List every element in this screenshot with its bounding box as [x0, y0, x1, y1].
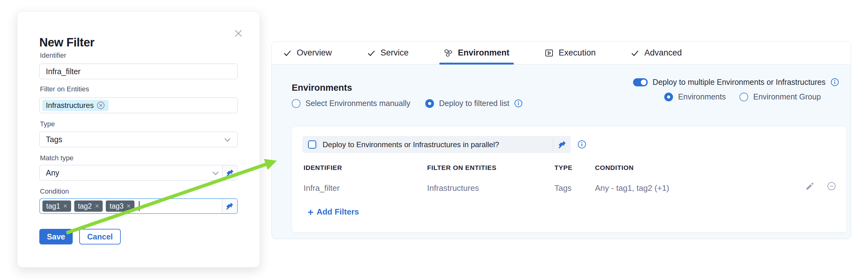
radio-select-manually[interactable]: Select Environments manually [292, 99, 410, 108]
multi-env-toggle-row: Deploy to multiple Environments or Infra… [633, 78, 839, 87]
identifier-label: Identifier [40, 51, 66, 60]
radio-label: Environment Group [753, 92, 821, 101]
environment-tab-content: Environments Select Environments manuall… [272, 65, 851, 239]
check-icon [283, 49, 292, 57]
match-type-value: Any [46, 168, 59, 177]
row-filter-on-entities: Infrastructures [427, 183, 479, 193]
filter-on-entities-label: Filter on Entities [40, 85, 89, 93]
environments-heading: Environments [292, 83, 352, 93]
filters-card: Deploy to Environments or Infrastructure… [292, 127, 846, 232]
row-condition: Any - tag1, tag2 (+1) [595, 183, 669, 193]
parallel-checkbox-row: Deploy to Environments or Infrastructure… [302, 136, 571, 153]
filter-on-entities-field[interactable]: Infrastructures [39, 98, 238, 113]
tab-service[interactable]: Service [363, 41, 413, 64]
toggle-knob [641, 79, 647, 85]
tab-execution[interactable]: Execution [540, 41, 600, 64]
type-value: Tags [46, 135, 62, 144]
condition-label: Condition [40, 187, 69, 196]
tab-label: Advanced [644, 48, 682, 58]
toggle-label: Deploy to multiple Environments or Infra… [653, 78, 826, 87]
match-type-select[interactable]: Any [39, 165, 238, 180]
tab-label: Environment [458, 48, 509, 58]
radio-environment-group[interactable]: Environment Group [740, 92, 821, 101]
identifier-field [39, 64, 238, 79]
cancel-button[interactable]: Cancel [79, 229, 121, 244]
entity-chip-label: Infrastructures [46, 101, 94, 110]
col-header-filter-on-entities: FILTER ON ENTITIES [427, 164, 496, 172]
remove-filter-icon[interactable] [827, 181, 836, 191]
pin-icon[interactable] [553, 140, 571, 149]
check-icon [367, 49, 376, 57]
tab-advanced[interactable]: Advanced [626, 41, 686, 64]
radio-icon[interactable] [292, 99, 301, 108]
close-icon[interactable] [233, 28, 244, 39]
parallel-checkbox[interactable] [308, 140, 316, 149]
radio-environments[interactable]: Environments [664, 92, 726, 101]
tab-label: Service [381, 48, 409, 58]
pin-icon[interactable] [222, 199, 237, 213]
condition-tag: tag1 × [42, 201, 71, 212]
modal-title: New Filter [39, 36, 95, 49]
stage-tabbar: Overview Service Environment Executio [272, 41, 851, 65]
radio-icon-selected[interactable] [664, 93, 673, 101]
entity-chip: Infrastructures [42, 100, 108, 111]
pin-icon[interactable] [222, 165, 238, 180]
remove-tag-icon[interactable]: × [127, 202, 131, 210]
row-type: Tags [554, 183, 571, 193]
chevron-down-icon[interactable] [224, 138, 231, 142]
plus-icon: + [308, 208, 314, 216]
col-header-type: TYPE [554, 164, 572, 172]
save-button[interactable]: Save [39, 229, 73, 244]
tab-label: Overview [297, 48, 332, 58]
parallel-checkbox-label: Deploy to Environments or Infrastructure… [322, 140, 553, 149]
radio-label: Select Environments manually [306, 99, 410, 108]
text-cursor [139, 201, 140, 211]
radio-label: Deploy to filtered list [439, 99, 509, 108]
radio-deploy-filtered[interactable]: Deploy to filtered list [425, 99, 523, 108]
multi-env-controls: Deploy to multiple Environments or Infra… [633, 78, 839, 101]
pipeline-stage-panel: Overview Service Environment Executio [272, 41, 851, 239]
condition-field[interactable]: tag1 × tag2 × tag3 × [39, 198, 238, 214]
type-select[interactable]: Tags [39, 132, 238, 147]
add-filters-label: Add Filters [317, 207, 359, 217]
type-label: Type [40, 120, 55, 128]
toggle-on[interactable] [633, 78, 648, 86]
tag-label: tag1 [46, 202, 60, 210]
check-icon [630, 49, 639, 57]
tag-label: tag2 [78, 202, 92, 210]
identifier-input[interactable] [40, 64, 224, 79]
radio-icon[interactable] [740, 93, 748, 101]
radio-label: Environments [678, 92, 726, 101]
environment-selection-radios: Select Environments manually Deploy to f… [292, 99, 523, 108]
condition-tag: tag3 × [106, 201, 134, 212]
new-filter-modal: New Filter Identifier Filter on Entities… [17, 11, 260, 268]
tab-overview[interactable]: Overview [279, 41, 336, 64]
add-filters-button[interactable]: + Add Filters [308, 207, 359, 217]
chevron-down-icon[interactable] [212, 171, 219, 176]
remove-tag-icon[interactable]: × [95, 202, 99, 210]
tab-environment[interactable]: Environment [439, 41, 514, 64]
match-type-label: Match type [40, 154, 74, 162]
remove-tag-icon[interactable]: × [63, 202, 67, 210]
edit-filter-icon[interactable] [805, 181, 815, 191]
screen: New Filter Identifier Filter on Entities… [0, 0, 868, 280]
environment-icon [444, 48, 453, 58]
condition-tag: tag2 × [74, 201, 103, 212]
col-header-condition: CONDITION [595, 164, 634, 172]
radio-icon-selected[interactable] [425, 99, 434, 108]
info-icon[interactable] [514, 99, 523, 108]
remove-entity-icon[interactable] [97, 101, 105, 109]
row-identifier: Infra_filter [304, 183, 340, 193]
col-header-identifier: IDENTIFIER [304, 164, 342, 172]
tag-label: tag3 [110, 202, 124, 210]
execution-icon [545, 48, 554, 58]
info-icon[interactable] [831, 78, 839, 86]
info-icon[interactable] [578, 140, 586, 149]
tab-label: Execution [559, 48, 596, 58]
environment-type-radios: Environments Environment Group [664, 92, 839, 101]
